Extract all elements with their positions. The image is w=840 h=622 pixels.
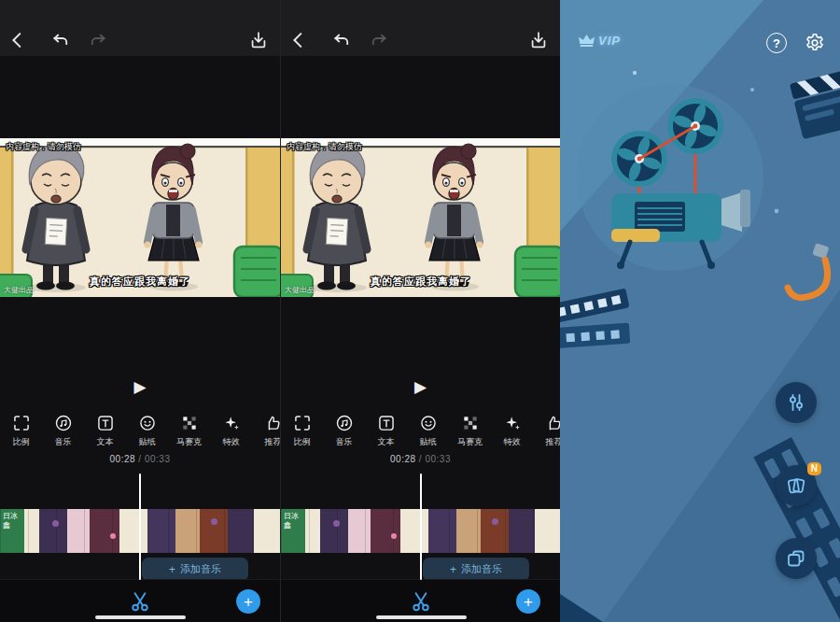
- playhead[interactable]: [420, 474, 422, 580]
- cards-icon: [785, 474, 807, 497]
- tool-recommend[interactable]: 推荐: [252, 409, 280, 452]
- time-total: 00:33: [145, 454, 171, 464]
- tool-effects[interactable]: 特效: [491, 409, 533, 452]
- thumbnail-figure: [211, 518, 217, 525]
- thumbnail-figure: [391, 533, 397, 539]
- add-clip-button[interactable]: +: [516, 589, 540, 614]
- redo-icon[interactable]: [369, 30, 389, 50]
- ratio-icon: [293, 414, 312, 432]
- adjust-button[interactable]: [776, 382, 817, 423]
- home-indicator: [95, 615, 186, 619]
- tool-sticker[interactable]: 贴纸: [407, 409, 449, 452]
- plus-icon: +: [450, 563, 456, 576]
- split-scissors-button[interactable]: [409, 589, 433, 614]
- tool-label: 文本: [97, 436, 114, 448]
- editor-toolbar: 比例 音乐 文本 贴纸 马赛克 特效: [281, 409, 560, 452]
- video-preview[interactable]: 内容虚构，请勿模仿 真的答应跟我离婚了 大健出品: [0, 138, 280, 297]
- mosaic-icon: [180, 414, 199, 432]
- vip-label: VIP: [598, 34, 621, 48]
- tool-sticker[interactable]: 贴纸: [126, 409, 168, 452]
- settings-button[interactable]: [805, 33, 825, 53]
- cartoon-scene-illustration: [281, 138, 560, 297]
- video-preview[interactable]: 内容虚构，请勿模仿 真的答应跟我离婚了 大健出品: [281, 138, 560, 297]
- question-icon: ?: [773, 36, 780, 50]
- overlap-squares-icon: [785, 547, 807, 570]
- templates-button[interactable]: N: [776, 465, 817, 506]
- time-separator: /: [135, 454, 145, 464]
- play-button[interactable]: ▶: [281, 377, 560, 397]
- time-display: 00:28 / 00:33: [281, 454, 560, 464]
- vip-badge[interactable]: VIP: [579, 34, 621, 48]
- plus-icon: +: [524, 594, 533, 610]
- thumbs-up-icon: [545, 414, 561, 432]
- music-icon: [335, 414, 354, 432]
- editor-panels: 内容虚构，请勿模仿 真的答应跟我离婚了 大健出品 ▶ 比例 音乐 文本 贴纸: [0, 0, 560, 622]
- add-music-button[interactable]: + 添加音乐: [423, 558, 529, 581]
- tool-mosaic[interactable]: 马赛克: [168, 409, 210, 452]
- back-icon[interactable]: [7, 30, 28, 50]
- clip-tag-text: 日冰鑫: [284, 512, 304, 530]
- add-clip-button[interactable]: +: [236, 589, 260, 614]
- tool-ratio[interactable]: 比例: [281, 409, 323, 452]
- undo-icon[interactable]: [331, 30, 352, 50]
- redo-icon[interactable]: [88, 30, 108, 50]
- editor-toolbar: 比例 音乐 文本 贴纸 马赛克 特效: [0, 409, 280, 452]
- tool-text[interactable]: 文本: [365, 409, 407, 452]
- playhead[interactable]: [139, 474, 141, 580]
- tool-text[interactable]: 文本: [84, 409, 126, 452]
- time-current: 00:28: [390, 454, 416, 464]
- music-icon: [54, 414, 73, 432]
- crown-icon: [579, 35, 595, 48]
- tool-effects[interactable]: 特效: [210, 409, 252, 452]
- play-button[interactable]: ▶: [0, 377, 280, 397]
- split-scissors-button[interactable]: [128, 589, 152, 614]
- tool-music[interactable]: 音乐: [42, 409, 84, 452]
- tool-label: 特效: [223, 436, 240, 448]
- home-panel: VIP ? N: [560, 0, 840, 622]
- editor-panel: 内容虚构，请勿模仿 真的答应跟我离婚了 大健出品 ▶ 比例 音乐 文本 贴纸: [0, 0, 280, 622]
- sliders-icon: [785, 391, 807, 414]
- home-indicator: [376, 615, 467, 619]
- tool-label: 推荐: [546, 436, 561, 448]
- back-icon[interactable]: [288, 30, 309, 50]
- time-display: 00:28 / 00:33: [0, 454, 280, 464]
- thumbs-up-icon: [264, 414, 281, 432]
- add-music-label: 添加音乐: [180, 562, 221, 576]
- tool-recommend[interactable]: 推荐: [533, 409, 560, 452]
- subtitle-text: 真的答应跟我离婚了: [281, 275, 560, 289]
- add-music-button[interactable]: + 添加音乐: [142, 558, 248, 581]
- notification-badge: N: [807, 462, 821, 475]
- editor-topbar: [281, 0, 560, 56]
- editor-panel: 内容虚构，请勿模仿 真的答应跟我离婚了 大健出品 ▶ 比例 音乐 文本 贴纸: [280, 0, 560, 622]
- ratio-icon: [12, 414, 31, 432]
- tool-label: 比例: [294, 436, 311, 448]
- tool-mosaic[interactable]: 马赛克: [449, 409, 491, 452]
- sticker-icon: [138, 414, 157, 432]
- time-separator: /: [416, 454, 426, 464]
- tool-label: 马赛克: [457, 436, 483, 448]
- thumbnail-figure: [333, 520, 340, 527]
- tool-ratio[interactable]: 比例: [0, 409, 42, 452]
- thumbnail-figure: [52, 520, 59, 527]
- gear-icon: [805, 33, 825, 53]
- tool-label: 文本: [378, 436, 395, 448]
- export-icon[interactable]: [248, 30, 269, 50]
- thumbnail-figure: [110, 533, 116, 539]
- tool-label: 音乐: [336, 436, 353, 448]
- tool-label: 贴纸: [139, 436, 156, 448]
- undo-icon[interactable]: [50, 30, 71, 50]
- gallery-button[interactable]: [776, 538, 817, 579]
- effects-icon: [503, 414, 522, 432]
- thumbnail-figure: [492, 518, 498, 525]
- effects-icon: [222, 414, 241, 432]
- mosaic-icon: [461, 414, 480, 432]
- plus-icon: +: [169, 563, 175, 576]
- tool-label: 比例: [13, 436, 30, 448]
- tool-label: 马赛克: [176, 436, 202, 448]
- clip-tag-text: 日冰鑫: [3, 512, 23, 530]
- tool-music[interactable]: 音乐: [323, 409, 365, 452]
- watermark-text: 大健出品: [4, 285, 34, 295]
- help-button[interactable]: ?: [766, 33, 787, 53]
- export-icon[interactable]: [528, 30, 549, 50]
- subtitle-text: 真的答应跟我离婚了: [0, 275, 280, 289]
